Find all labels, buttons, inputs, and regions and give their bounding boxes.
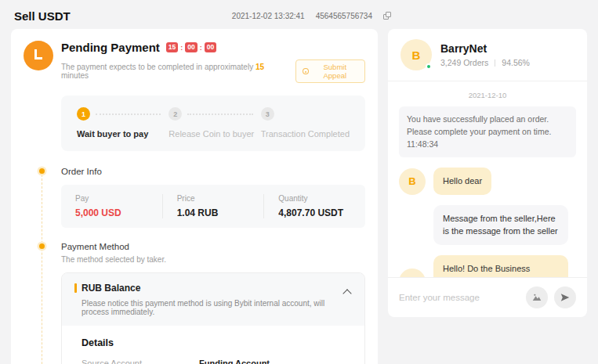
payment-method-head[interactable]: RUB Balance Please notice this payment m… (62, 273, 364, 326)
stats-divider (495, 59, 495, 67)
timer-hours: 15 (166, 42, 178, 52)
seller-auto-message-bubble: Message from the seller,Here is the mess… (433, 205, 568, 245)
system-message: You have successfully placed an order. P… (399, 106, 576, 157)
chat-message-row: B Hello dear (399, 168, 576, 195)
timeline-dot (39, 243, 45, 249)
payment-method-section: Payment Method The method selected by ta… (24, 242, 365, 364)
seller-name: BarryNet (440, 42, 530, 55)
seller-avatar: B (400, 39, 432, 70)
minutes-highlight: 15 (256, 63, 264, 71)
send-icon (560, 292, 571, 303)
source-account-row: Source Account Funding Account (82, 359, 352, 364)
pending-subtitle: The payment expects to be completed in a… (61, 63, 288, 80)
order-info-box: Pay 5,000 USD Price 1.04 RUB Quantity 4,… (61, 185, 365, 228)
seller-avatar-small: B (399, 268, 426, 278)
pay-value: 5,000 USD (75, 207, 148, 218)
payment-method-subtitle: The method selected by taker. (61, 255, 365, 264)
submit-appeal-button[interactable]: Submit Appeal (295, 59, 365, 83)
attach-image-button[interactable] (526, 287, 548, 308)
method-name: RUB Balance (74, 283, 352, 294)
price-field: Price 1.04 RUB (162, 194, 264, 218)
online-status-dot (426, 63, 432, 70)
seller-completion-rate: 94.56% (502, 58, 530, 67)
chat-message-list[interactable]: 2021-12-10 You have successfully placed … (388, 81, 587, 277)
timer-minutes: 00 (185, 42, 197, 52)
quantity-field: Quantity 4,807.70 USDT (263, 194, 365, 218)
chat-message-row: Message from the seller,Here is the mess… (399, 205, 576, 245)
price-value: 1.04 RUB (177, 207, 250, 218)
order-info-section: Order Info Pay 5,000 USD Price 1.04 RUB … (24, 167, 365, 228)
step-1-indicator: 1 (77, 107, 90, 121)
order-info-title: Order Info (61, 167, 365, 176)
source-account-label: Source Account (82, 359, 199, 364)
chat-date: 2021-12-10 (399, 91, 576, 99)
order-progress-steps: 1 Wait buyer to pay 2 Release Coin to bu… (61, 96, 365, 151)
copy-icon[interactable] (383, 12, 392, 20)
step-1-label: Wait buyer to pay (77, 129, 169, 139)
timer-seconds: 00 (205, 42, 216, 52)
seller-stats: 3,249 Orders 94.56% (440, 58, 530, 67)
page-title: Sell USDT (14, 9, 71, 23)
method-note: Please notice this payment method is usi… (74, 299, 352, 316)
pending-clock-icon (24, 41, 53, 70)
step-transaction-completed: 3 Transaction Completed (261, 107, 350, 139)
image-icon (531, 292, 542, 303)
order-timestamp: 2021-12-02 13:32:41 (232, 12, 305, 20)
step-3-label: Transaction Completed (261, 129, 350, 139)
chat-header: B BarryNet 3,249 Orders 94.56% (388, 29, 587, 81)
step-release-coin: 2 Release Coin to buyer (169, 107, 260, 139)
content-area: Pending Payment 15 : 00 : 00 The payment… (0, 29, 598, 364)
order-meta: 2021-12-02 13:32:41 4564565756734 (232, 12, 392, 20)
timeline-dot (39, 168, 45, 174)
payment-method-details: Details Source Account Funding Account (62, 326, 364, 364)
chat-message-row: B Hello! Do the Business English intensi… (399, 255, 576, 277)
pending-payment-title: Pending Payment (61, 41, 160, 54)
pay-field: Pay 5,000 USD (61, 194, 162, 218)
send-message-button[interactable] (554, 287, 576, 308)
seller-message-bubble: Hello dear (433, 168, 491, 195)
appeal-icon (303, 68, 309, 74)
details-title: Details (82, 337, 352, 348)
step-3-indicator: 3 (261, 107, 274, 121)
page-header: Sell USDT 2021-12-02 13:32:41 4564565756… (0, 0, 598, 29)
seller-message-bubble: Hello! Do the Business English intensive… (433, 255, 568, 277)
payment-method-title: Payment Method (61, 242, 365, 251)
payment-method-box: RUB Balance Please notice this payment m… (61, 272, 365, 364)
pending-payment-header: Pending Payment 15 : 00 : 00 The payment… (24, 41, 365, 83)
step-2-indicator: 2 (169, 107, 182, 121)
step-wait-buyer: 1 Wait buyer to pay (77, 107, 169, 139)
step-2-label: Release Coin to buyer (169, 129, 260, 139)
countdown-timer: 15 : 00 : 00 (166, 42, 216, 52)
order-detail-card: Pending Payment 15 : 00 : 00 The payment… (11, 29, 378, 364)
quantity-value: 4,807.70 USDT (278, 207, 351, 218)
seller-orders-count: 3,249 Orders (440, 58, 488, 67)
chat-message-input[interactable] (399, 293, 520, 302)
p2p-sell-order-page: Sell USDT 2021-12-02 13:32:41 4564565756… (0, 0, 598, 364)
chat-panel: B BarryNet 3,249 Orders 94.56% 2021-12-1… (388, 29, 587, 317)
order-id: 4564565756734 (316, 12, 372, 20)
seller-avatar-small: B (399, 168, 426, 195)
source-account-value: Funding Account (199, 359, 270, 364)
chat-input-bar (388, 277, 587, 317)
